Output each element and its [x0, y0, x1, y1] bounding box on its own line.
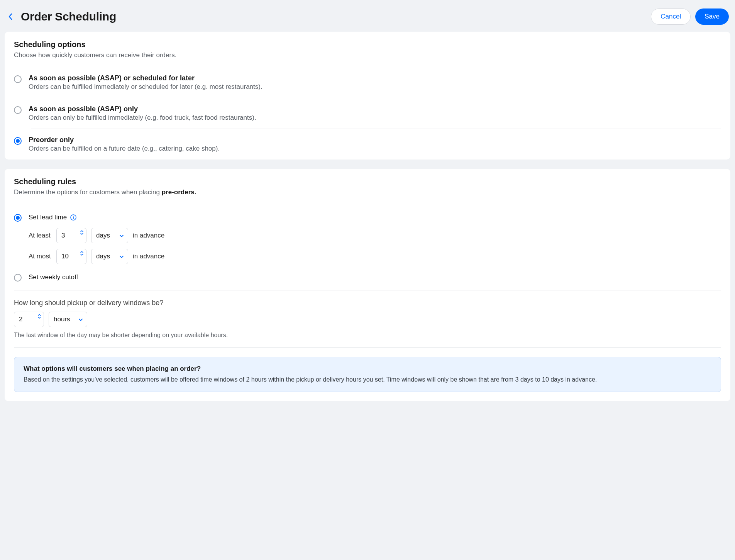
- page-title: Order Scheduling: [21, 10, 116, 23]
- scheduling-options-card: Scheduling options Choose how quickly cu…: [5, 32, 730, 160]
- option-title: As soon as possible (ASAP) only: [29, 105, 256, 113]
- option-title: Preorder only: [29, 136, 220, 144]
- info-box-title: What options will customers see when pla…: [24, 365, 711, 373]
- weekly-cutoff-label: Set weekly cutoff: [29, 273, 78, 281]
- window-hint: The last window of the day may be shorte…: [14, 332, 721, 339]
- at-most-unit-select[interactable]: days: [91, 249, 128, 264]
- window-unit-select[interactable]: hours: [49, 312, 87, 327]
- chevron-down-icon: [119, 253, 124, 260]
- scheduling-rules-subtitle: Determine the options for customers when…: [14, 188, 721, 196]
- stepper-icon[interactable]: [80, 230, 84, 235]
- option-desc: Orders can only be fulfilled immediately…: [29, 114, 256, 122]
- lead-time-controls: At least 3 days in advance At most: [14, 222, 721, 269]
- at-most-value-input[interactable]: 10: [56, 249, 86, 264]
- radio-asap-only[interactable]: [14, 106, 22, 114]
- subtitle-prefix: Determine the options for customers when…: [14, 188, 162, 196]
- scheduling-options-subtitle: Choose how quickly customers can receive…: [14, 51, 721, 59]
- at-least-tail: in advance: [133, 232, 164, 239]
- info-icon[interactable]: [70, 214, 77, 221]
- scheduling-option-asap-or-later[interactable]: As soon as possible (ASAP) or scheduled …: [5, 67, 730, 98]
- at-most-label: At most: [29, 253, 52, 260]
- option-desc: Orders can be fulfilled immediately or s…: [29, 83, 262, 91]
- scheduling-option-preorder-only[interactable]: Preorder only Orders can be fulfilled on…: [5, 129, 730, 160]
- window-value-input[interactable]: 2: [14, 312, 44, 327]
- scheduling-rules-card: Scheduling rules Determine the options f…: [5, 169, 730, 401]
- window-question: How long should pickup or delivery windo…: [14, 299, 721, 307]
- stepper-icon[interactable]: [37, 314, 41, 319]
- svg-point-1: [73, 216, 74, 216]
- summary-info-box: What options will customers see when pla…: [14, 357, 721, 392]
- rule-set-weekly-cutoff[interactable]: Set weekly cutoff: [14, 269, 721, 282]
- stepper-icon[interactable]: [80, 251, 84, 256]
- radio-preorder-only[interactable]: [14, 137, 22, 145]
- at-most-tail: in advance: [133, 253, 164, 260]
- save-button[interactable]: Save: [695, 8, 729, 25]
- window-controls: 2 hours: [14, 312, 721, 327]
- radio-set-lead-time[interactable]: [14, 214, 22, 222]
- svg-rect-2: [73, 217, 74, 219]
- at-least-row: At least 3 days in advance: [29, 228, 721, 243]
- subtitle-bold: pre-orders.: [162, 188, 196, 196]
- at-least-label: At least: [29, 232, 52, 239]
- chevron-down-icon: [119, 232, 124, 239]
- back-button[interactable]: [6, 12, 15, 21]
- at-least-unit-select[interactable]: days: [91, 228, 128, 243]
- rule-set-lead-time[interactable]: Set lead time: [14, 206, 721, 222]
- lead-time-label: Set lead time: [29, 214, 77, 221]
- chevron-down-icon: [78, 316, 83, 323]
- chevron-left-icon: [8, 13, 14, 20]
- info-box-body: Based on the settings you've selected, c…: [24, 375, 711, 384]
- option-title: As soon as possible (ASAP) or scheduled …: [29, 74, 262, 82]
- scheduling-rules-title: Scheduling rules: [14, 177, 721, 186]
- cancel-button[interactable]: Cancel: [651, 8, 691, 25]
- page-header: Order Scheduling Cancel Save: [5, 5, 730, 32]
- scheduling-option-asap-only[interactable]: As soon as possible (ASAP) only Orders c…: [5, 98, 730, 129]
- radio-asap-or-later[interactable]: [14, 75, 22, 83]
- radio-set-weekly-cutoff[interactable]: [14, 274, 22, 282]
- at-most-row: At most 10 days in advance: [29, 249, 721, 264]
- at-least-value-input[interactable]: 3: [56, 228, 86, 243]
- option-desc: Orders can be fulfilled on a future date…: [29, 145, 220, 153]
- scheduling-options-title: Scheduling options: [14, 40, 721, 49]
